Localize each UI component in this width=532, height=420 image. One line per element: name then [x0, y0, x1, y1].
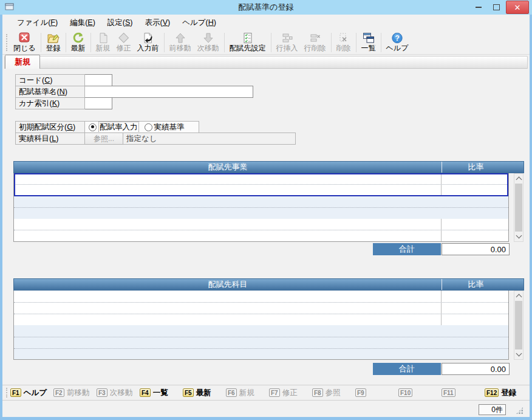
reference-button[interactable]: 参照... — [84, 133, 123, 145]
fkey-f4-list[interactable]: F4一覧 — [140, 388, 183, 398]
row-divider — [14, 302, 508, 303]
toolbar-row-delete-button[interactable]: 行削除 — [301, 31, 329, 53]
minimize-icon — [476, 7, 482, 8]
scroll-up-button[interactable] — [514, 174, 523, 183]
code-label: コード(C) — [15, 74, 85, 86]
fkey-f7-modify[interactable]: F7修正 — [269, 388, 312, 398]
kana-index-input[interactable] — [84, 97, 112, 109]
business-table-header: 配賦先事業 比率 — [13, 161, 524, 173]
actual-item-value-field: 指定なし — [123, 133, 296, 145]
toolbar-modify-label: 修正 — [117, 44, 131, 52]
chevron-down-icon — [516, 351, 522, 357]
menu-item-edit[interactable]: 編集(E) — [64, 16, 101, 30]
function-bar-grip — [6, 388, 7, 398]
row-delete-icon — [309, 32, 321, 44]
toolbar-new-button[interactable]: 新規 — [93, 31, 114, 53]
menu-item-help[interactable]: ヘルプ(H) — [176, 16, 222, 30]
toolbar-move-next-button[interactable]: 次移動 — [194, 31, 222, 53]
account-table-header: 配賦先科目 比率 — [13, 278, 524, 291]
toolbar-move-previous-button[interactable]: 前移動 — [166, 31, 194, 53]
tab-strip: 新規 — [2, 55, 530, 69]
scroll-up-button[interactable] — [514, 291, 523, 300]
account-total-row: 合計 0.00 — [373, 363, 510, 375]
toolbar-separator — [90, 33, 91, 52]
row-divider — [14, 314, 508, 314]
maximize-button[interactable] — [488, 1, 504, 13]
resize-grip[interactable] — [516, 407, 523, 415]
f6-key-label: 新規 — [239, 388, 254, 398]
business-table-scrollbar[interactable] — [514, 173, 523, 242]
tab-new[interactable]: 新規 — [5, 55, 40, 69]
account-table-scrollbar[interactable] — [514, 291, 523, 360]
toolbar-separator — [356, 33, 356, 52]
menu-item-file[interactable]: ファイル(F) — [11, 16, 64, 30]
menu-item-view[interactable]: 表示(V) — [139, 16, 177, 30]
move-next-icon — [202, 32, 214, 44]
toolbar-register-button[interactable]: 登録 — [43, 31, 64, 53]
minimize-button[interactable] — [471, 1, 486, 13]
scroll-down-button[interactable] — [514, 232, 523, 241]
radio-rate-input-label: 配賦率入力 — [98, 122, 139, 133]
account-table-body[interactable] — [13, 291, 509, 360]
content-panel: コード(C) 配賦基準名(N) カナ索引(K) 初期配賦区分(G) 配賦率入力 — [2, 69, 530, 385]
table-row[interactable] — [14, 219, 508, 242]
ratio-column-header: 比率 — [442, 279, 510, 290]
f3-key-label: 次移動 — [110, 388, 133, 398]
account-column-header: 配賦先科目 — [14, 279, 442, 290]
radio-selected-icon — [89, 123, 97, 131]
fkey-f11[interactable]: F11 — [442, 388, 485, 397]
tab-strip-background — [4, 56, 528, 69]
f8-key-badge: F8 — [312, 388, 323, 397]
toolbar-list-button[interactable]: 一覧 — [358, 31, 379, 53]
allocation-type-form: 初期配賦区分(G) 配賦率入力 実績基準 実績科目(L) 参照... 指定なし — [15, 122, 296, 145]
toolbar-separator — [271, 33, 271, 52]
toolbar-before-input-label: 入力前 — [137, 44, 159, 52]
fkey-f6-new[interactable]: F6新規 — [226, 388, 269, 398]
help-icon: ? — [391, 32, 403, 44]
refresh-icon — [72, 32, 84, 44]
fkey-f9[interactable]: F9 — [355, 388, 398, 397]
fkey-f3-move-next[interactable]: F3次移動 — [97, 388, 140, 398]
table-row[interactable] — [14, 291, 508, 325]
close-window-icon: ✕ — [514, 4, 521, 12]
toolbar-refresh-button[interactable]: 最新 — [68, 31, 89, 53]
scrollbar-thumb[interactable] — [515, 184, 522, 232]
code-input[interactable] — [84, 74, 112, 86]
table-row[interactable] — [14, 196, 508, 219]
f4-key-badge: F4 — [140, 388, 151, 397]
toolbar-close-label: 閉じる — [13, 44, 36, 52]
radio-rate-input[interactable]: 配賦率入力 — [89, 122, 139, 133]
menubar: ファイル(F) 編集(E) 設定(S) 表示(V) ヘルプ(H) — [2, 15, 530, 30]
fkey-f12-register[interactable]: F12登録 — [485, 388, 528, 398]
scrollbar-thumb[interactable] — [515, 301, 522, 349]
toolbar-delete-button[interactable]: 削除 — [333, 31, 354, 53]
toolbar-close-button[interactable]: 閉じる — [10, 31, 39, 53]
close-window-button[interactable]: ✕ — [506, 1, 529, 14]
application-window: 配賦基準の登録 ✕ ファイル(F) 編集(E) 設定(S) 表示(V) ヘルプ(… — [0, 0, 532, 420]
move-previous-icon — [174, 32, 186, 44]
toolbar-separator — [66, 33, 66, 52]
allocation-name-input[interactable] — [84, 86, 253, 98]
fkey-f10[interactable]: F10 — [398, 388, 442, 397]
row-divider — [14, 207, 508, 208]
menu-item-settings[interactable]: 設定(S) — [101, 16, 139, 30]
toolbar-modify-button[interactable]: 修正 — [114, 31, 134, 53]
business-table-body[interactable] — [13, 173, 509, 242]
toolbar-row-insert-button[interactable]: 行挿入 — [273, 31, 301, 53]
fkey-f8-reference[interactable]: F8参照 — [312, 388, 355, 398]
fkey-f5-refresh[interactable]: F5最新 — [183, 388, 226, 398]
list-icon — [362, 32, 375, 44]
maximize-icon — [493, 4, 500, 10]
toolbar-refresh-label: 最新 — [71, 44, 86, 52]
toolbar-allocation-setting-button[interactable]: 配賦先設定 — [227, 31, 269, 53]
toolbar: 閉じる 登録 最新 新規 修正 — [2, 30, 530, 55]
fkey-f2-move-previous[interactable]: F2前移動 — [53, 388, 97, 398]
radio-actual-basis[interactable]: 実績基準 — [145, 122, 185, 133]
table-row[interactable] — [14, 325, 508, 360]
fkey-f1-help[interactable]: F1ヘルプ — [10, 388, 53, 398]
toolbar-before-input-button[interactable]: 入力前 — [134, 31, 162, 53]
toolbar-help-button[interactable]: ? ヘルプ — [383, 31, 412, 53]
scroll-down-button[interactable] — [514, 350, 523, 359]
f4-key-label: 一覧 — [153, 388, 168, 398]
function-key-bar: F1ヘルプ F2前移動 F3次移動 F4一覧 F5最新 F6新規 F7修正 F8… — [2, 385, 530, 400]
